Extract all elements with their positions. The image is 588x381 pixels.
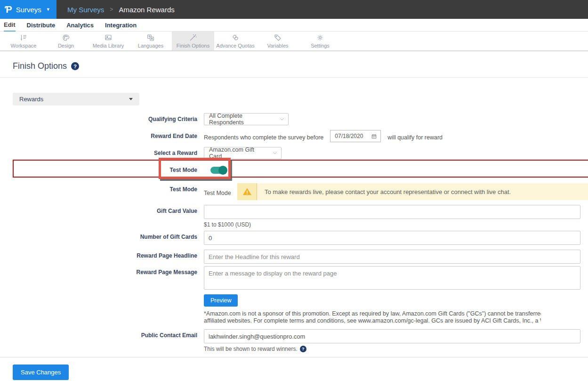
public-contact-email-helper: This will be shown to reward winners. ? bbox=[204, 346, 580, 352]
select-reward-value: Amazon.com Gift Card bbox=[209, 146, 268, 160]
chevron-down-icon bbox=[272, 150, 278, 156]
number-of-gift-cards-label: Number of Gift Cards bbox=[0, 231, 197, 240]
toolbar-tab-label: Finish Options bbox=[177, 43, 209, 49]
qualifying-criteria-value: All Complete Respondents bbox=[209, 113, 275, 126]
toolbar-tab-media-library[interactable]: Media Library bbox=[87, 32, 129, 50]
toolbar-tab-label: Settings bbox=[311, 43, 330, 49]
test-mode-warning-banner: To make rewards live, please contact you… bbox=[237, 183, 588, 200]
reward-end-date-row: Reward End Date Respondents who complete… bbox=[0, 130, 588, 142]
warning-triangle-icon bbox=[242, 186, 253, 197]
number-of-gift-cards-row: Number of Gift Cards bbox=[0, 231, 588, 245]
test-mode-status-row: Test Mode Test Mode To make rewards live… bbox=[0, 183, 588, 200]
calendar-icon bbox=[371, 133, 377, 139]
test-mode-toggle-row: Test Mode bbox=[0, 164, 588, 177]
reward-page-message-row: Reward Page Message bbox=[0, 266, 588, 290]
spacer-label bbox=[0, 310, 197, 313]
edit-toolbar: Workspace Design Media Library Languages… bbox=[0, 32, 588, 51]
toolbar-tab-advance-quotas[interactable]: Advance Quotas bbox=[214, 32, 257, 50]
test-mode-toggle-label: Test Mode bbox=[0, 164, 197, 173]
toolbar-tab-label: Design bbox=[58, 43, 74, 49]
test-mode-status-value: Test Mode bbox=[204, 187, 237, 196]
toolbar-tab-label: Variables bbox=[267, 43, 288, 49]
reward-page-headline-input[interactable] bbox=[204, 250, 580, 264]
toolbar-tab-languages[interactable]: Languages bbox=[129, 32, 172, 50]
nav-tab-edit[interactable]: Edit bbox=[4, 19, 16, 32]
breadcrumb-current-survey: Amazon Rewards bbox=[119, 6, 174, 14]
public-contact-email-input[interactable] bbox=[204, 329, 580, 343]
qualifying-criteria-select[interactable]: All Complete Respondents bbox=[204, 113, 289, 125]
number-of-gift-cards-input[interactable] bbox=[204, 231, 580, 245]
page-header: Finish Options ? bbox=[0, 51, 588, 78]
breadcrumb-separator: > bbox=[110, 6, 113, 13]
test-mode-status-label: Test Mode bbox=[0, 183, 197, 193]
qualifying-criteria-label: Qualifying Criteria bbox=[0, 113, 197, 122]
gear-icon bbox=[315, 33, 325, 42]
reward-page-headline-row: Reward Page Headline bbox=[0, 250, 588, 264]
questionpro-finish-options-page: Ƥ Surveys ▼ My Surveys > Amazon Rewards … bbox=[0, 0, 588, 381]
helper-text: This will be shown to reward winners. bbox=[204, 346, 298, 352]
nav-tab-integration[interactable]: Integration bbox=[105, 19, 137, 31]
help-icon[interactable]: ? bbox=[71, 62, 79, 70]
reward-end-date-suffix: will qualify for reward bbox=[387, 131, 443, 141]
preview-row: Preview bbox=[0, 294, 588, 307]
toolbar-tab-label: Languages bbox=[138, 43, 163, 49]
workspace-pen-icon bbox=[18, 33, 29, 42]
gift-card-value-helper: $1 to $1000 (USD) bbox=[204, 221, 580, 228]
section-divider bbox=[0, 357, 588, 357]
select-reward-select[interactable]: Amazon.com Gift Card bbox=[204, 147, 282, 159]
public-contact-email-row: Public Contact Email This will be shown … bbox=[0, 329, 588, 352]
public-contact-email-label: Public Contact Email bbox=[0, 329, 197, 339]
surveys-product-menu[interactable]: Ƥ Surveys ▼ bbox=[0, 0, 56, 19]
select-reward-row: Select a Reward Amazon.com Gift Card bbox=[0, 147, 588, 159]
preview-button[interactable]: Preview bbox=[204, 294, 238, 307]
chain-links-icon bbox=[230, 33, 241, 42]
disclaimer-row: *Amazon.com is not a sponsor of this pro… bbox=[0, 310, 588, 324]
toolbar-tab-label: Media Library bbox=[93, 43, 124, 49]
toggle-knob bbox=[218, 166, 227, 175]
breadcrumb-my-surveys[interactable]: My Surveys bbox=[67, 6, 104, 14]
disclaimer-line-1: *Amazon.com is not a sponsor of this pro… bbox=[204, 310, 541, 317]
chevron-down-icon bbox=[279, 116, 285, 122]
reward-page-headline-label: Reward Page Headline bbox=[0, 250, 197, 259]
help-icon[interactable]: ? bbox=[300, 346, 306, 352]
save-changes-button[interactable]: Save Changes bbox=[13, 365, 69, 380]
toolbar-tab-label: Advance Quotas bbox=[216, 43, 254, 49]
magic-wand-icon bbox=[188, 33, 198, 42]
finish-option-type-dropdown[interactable]: Rewards bbox=[13, 93, 139, 105]
test-mode-toggle[interactable] bbox=[210, 167, 226, 174]
toolbar-tab-variables[interactable]: Variables bbox=[257, 32, 299, 50]
tag-icon bbox=[273, 33, 283, 42]
amazon-disclaimer-text: *Amazon.com is not a sponsor of this pro… bbox=[204, 310, 541, 324]
disclaimer-line-2: affiliated websites. For complete terms … bbox=[204, 317, 541, 324]
toolbar-tab-finish-options[interactable]: Finish Options bbox=[172, 32, 214, 50]
translate-icon bbox=[145, 33, 156, 42]
top-header-bar: Ƥ Surveys ▼ My Surveys > Amazon Rewards bbox=[0, 0, 588, 19]
survey-section-nav: Edit Distribute Analytics Integration bbox=[0, 19, 588, 32]
gift-card-value-row: Gift Card Value $1 to $1000 (USD) bbox=[0, 205, 588, 228]
brand-label: Surveys bbox=[16, 6, 41, 14]
toolbar-tab-workspace[interactable]: Workspace bbox=[2, 32, 45, 50]
reward-page-message-textarea[interactable] bbox=[204, 266, 580, 290]
nav-tab-analytics[interactable]: Analytics bbox=[66, 19, 94, 31]
chevron-down-icon: ▼ bbox=[46, 7, 50, 12]
image-icon bbox=[103, 33, 113, 42]
warning-message: To make rewards live, please contact you… bbox=[257, 183, 511, 200]
gift-card-value-input[interactable] bbox=[204, 205, 580, 219]
gift-card-value-label: Gift Card Value bbox=[0, 205, 197, 214]
finish-options-panel: Finish Options ? Rewards Qualifying Crit… bbox=[0, 51, 588, 381]
palette-icon bbox=[61, 33, 71, 42]
reward-end-date-picker[interactable]: 07/18/2020 bbox=[330, 130, 381, 142]
reward-end-date-value: 07/18/2020 bbox=[335, 133, 371, 139]
reward-page-message-label: Reward Page Message bbox=[0, 266, 197, 276]
nav-tab-distribute[interactable]: Distribute bbox=[27, 19, 56, 31]
qualifying-criteria-row: Qualifying Criteria All Complete Respond… bbox=[0, 113, 588, 125]
reward-end-date-prefix: Respondents who complete the survey befo… bbox=[204, 131, 323, 141]
toolbar-tab-design[interactable]: Design bbox=[45, 32, 87, 50]
questionpro-logo-icon: Ƥ bbox=[5, 4, 12, 15]
reward-end-date-label: Reward End Date bbox=[0, 130, 197, 139]
toolbar-tab-settings[interactable]: Settings bbox=[299, 32, 341, 50]
breadcrumb: My Surveys > Amazon Rewards bbox=[56, 0, 588, 19]
toolbar-tab-label: Workspace bbox=[11, 43, 37, 49]
page-title: Finish Options bbox=[13, 61, 67, 71]
warning-icon-cell bbox=[237, 183, 257, 200]
